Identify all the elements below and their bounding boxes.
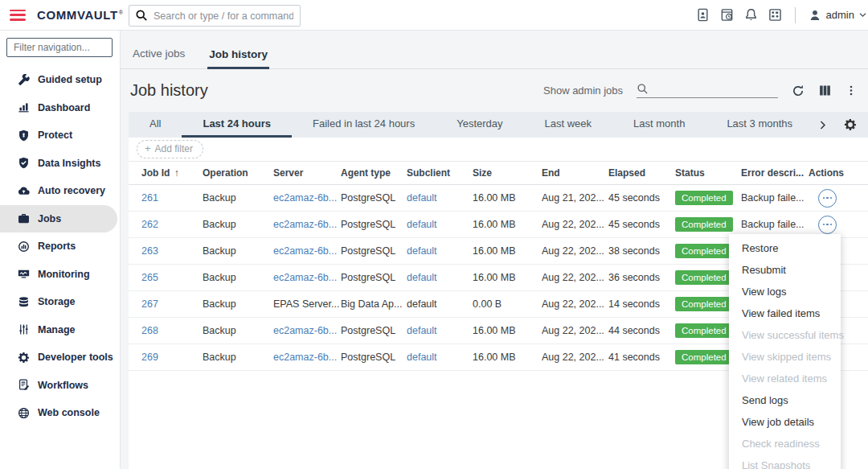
workflows-icon [18, 379, 30, 391]
add-filter-button[interactable]: + Add filter [137, 140, 203, 158]
sidebar-item-label: Dashboard [38, 102, 90, 113]
sidebar-item-protect[interactable]: Protect [0, 121, 120, 150]
job-id-link[interactable]: 267 [141, 298, 158, 310]
sidebar-item-storage[interactable]: Storage [0, 288, 120, 316]
server-link[interactable]: ec2amaz-6b... [273, 352, 337, 363]
notifications-icon[interactable] [744, 8, 758, 22]
column-header-agent-type[interactable]: Agent type [341, 167, 407, 179]
subclient-link[interactable]: default [407, 219, 437, 230]
refresh-icon[interactable] [792, 84, 805, 97]
sidebar-item-web-console[interactable]: Web console [0, 399, 120, 427]
tab-job-history[interactable]: Job history [207, 48, 269, 69]
server-link[interactable]: ec2amaz-6b... [273, 272, 337, 283]
sidebar-item-label: Guided setup [38, 74, 102, 85]
size-cell: 16.00 MB [473, 352, 542, 363]
server-link[interactable]: ec2amaz-6b... [273, 245, 337, 257]
sidebar-item-developer-tools[interactable]: Developer tools [0, 344, 120, 372]
search-icon [135, 9, 148, 25]
add-filter-row: + Add filter [129, 138, 868, 162]
sidebar-item-monitoring[interactable]: Monitoring [0, 261, 120, 289]
sidebar-item-auto-recovery[interactable]: Auto recovery [0, 177, 120, 205]
reports-icon [18, 241, 30, 253]
elapsed-cell: 36 seconds [608, 272, 675, 283]
sidebar-item-reports[interactable]: Reports [0, 232, 120, 261]
data-insights-icon [18, 157, 30, 169]
agent-type-cell: Big Data Ap... [341, 298, 407, 310]
schedule-icon[interactable] [720, 8, 734, 22]
menu-item-view-logs[interactable]: View logs [729, 281, 841, 302]
subclient-link[interactable]: default [407, 272, 437, 283]
logo: COMMVAULT ® [37, 8, 142, 22]
columns-icon[interactable] [818, 84, 832, 97]
protect-icon [18, 130, 30, 142]
column-header-end[interactable]: End [542, 167, 608, 179]
size-cell: 16.00 MB [473, 272, 542, 283]
tab-active-jobs[interactable]: Active jobs [131, 47, 186, 68]
job-id-link[interactable]: 262 [141, 219, 158, 230]
global-search-input[interactable] [129, 5, 301, 27]
server-link[interactable]: ec2amaz-6b... [273, 325, 337, 336]
sidebar-item-label: Auto recovery [38, 185, 105, 196]
chevron-right-icon[interactable] [817, 120, 828, 130]
column-header-server[interactable]: Server [273, 167, 341, 179]
server-link[interactable]: ec2amaz-6b... [273, 219, 337, 230]
column-header-elapsed[interactable]: Elapsed [608, 167, 675, 179]
filter-tab-failed-in-last-24-hours[interactable]: Failed in last 24 hours [292, 112, 436, 138]
job-id-link[interactable]: 268 [141, 325, 158, 336]
subclient-link[interactable]: default [407, 352, 437, 363]
show-admin-jobs-toggle[interactable]: Show admin jobs [543, 84, 623, 97]
row-actions-button[interactable] [818, 189, 837, 208]
job-id-link[interactable]: 269 [141, 352, 158, 363]
subclient-link[interactable]: default [407, 245, 437, 257]
menu-item-send-logs[interactable]: Send logs [729, 389, 841, 411]
row-actions-button[interactable] [818, 216, 837, 234]
sidebar-item-workflows[interactable]: Workflows [0, 372, 120, 400]
column-header-actions[interactable]: Actions [809, 167, 868, 179]
sidebar-item-label: Protect [38, 130, 72, 141]
kebab-menu-icon[interactable] [845, 84, 857, 97]
gear-icon[interactable] [844, 118, 857, 131]
operation-cell: Backup [203, 298, 273, 310]
jobs-icon [18, 212, 30, 224]
job-id-link[interactable]: 261 [141, 192, 158, 204]
sidebar-item-label: Storage [38, 296, 76, 307]
end-cell: Aug 22, 202... [542, 298, 608, 310]
user-menu[interactable]: admin [809, 9, 866, 22]
column-header-subclient[interactable]: Subclient [407, 167, 473, 179]
filter-tab-last-3-months[interactable]: Last 3 months [706, 112, 813, 138]
column-header-size[interactable]: Size [473, 167, 542, 179]
menu-item-view-failed-items[interactable]: View failed items [729, 302, 841, 324]
row-context-menu: RestoreResubmitView logsView failed item… [729, 234, 841, 469]
sidebar-item-data-insights[interactable]: Data Insights [0, 150, 120, 178]
menu-item-view-job-details[interactable]: View job details [729, 411, 841, 433]
sidebar-item-manage[interactable]: Manage [0, 316, 120, 344]
report-icon[interactable] [696, 8, 710, 22]
column-header-operation[interactable]: Operation [203, 167, 273, 179]
job-id-link[interactable]: 263 [141, 245, 158, 257]
menu-item-restore[interactable]: Restore [729, 237, 841, 259]
column-header-status[interactable]: Status [675, 167, 741, 179]
filter-tab-last-month[interactable]: Last month [612, 112, 706, 138]
filter-tab-last-24-hours[interactable]: Last 24 hours [182, 112, 292, 138]
apps-icon[interactable] [768, 8, 782, 22]
sidebar-item-guided-setup[interactable]: Guided setup [0, 66, 120, 94]
column-header-job-id[interactable]: Job Id ↑ [141, 167, 203, 179]
filter-tab-last-week[interactable]: Last week [524, 112, 613, 138]
server-link[interactable]: ec2amaz-6b... [273, 192, 337, 204]
page-title: Job history [130, 81, 208, 100]
nav-filter-input[interactable] [6, 38, 113, 57]
sidebar-item-dashboard[interactable]: Dashboard [0, 94, 120, 122]
end-cell: Aug 21, 202... [542, 192, 608, 204]
elapsed-cell: 45 seconds [608, 192, 675, 204]
filter-tab-all[interactable]: All [129, 112, 182, 138]
subclient-link[interactable]: default [407, 192, 437, 204]
subclient-link[interactable]: default [407, 325, 437, 336]
menu-icon[interactable] [10, 10, 26, 21]
column-header-error-descri[interactable]: Error descri... [741, 167, 809, 179]
sidebar-item-jobs[interactable]: Jobs [0, 205, 117, 233]
table-search-input[interactable] [653, 84, 778, 95]
menu-item-resubmit[interactable]: Resubmit [729, 259, 841, 281]
status-badge: Completed [675, 350, 733, 364]
job-id-link[interactable]: 265 [141, 272, 158, 283]
filter-tab-yesterday[interactable]: Yesterday [436, 112, 523, 138]
